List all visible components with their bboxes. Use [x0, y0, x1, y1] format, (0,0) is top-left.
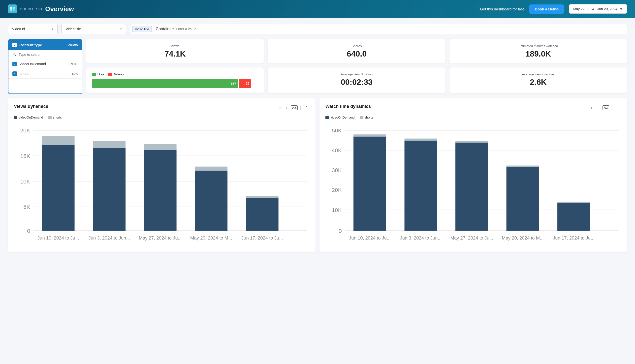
- bar-demand-4: [195, 170, 228, 231]
- wt-bar-demand-4: [506, 167, 539, 231]
- value-filter-tag: Video title: [132, 26, 152, 32]
- likes-legend-label: Likes: [97, 72, 104, 76]
- watch-shorts-color: [360, 116, 363, 119]
- likes-dot: [92, 73, 96, 76]
- y-label-20k: 20K: [20, 128, 30, 134]
- wt-bar-shorts-5: [557, 202, 590, 202]
- logo-icon: [8, 4, 17, 14]
- watch-time-controls: ↑ ↓ AZ | ⋮: [590, 105, 621, 110]
- avg-view-duration-card: Average view duration 00:02:33: [268, 68, 445, 93]
- y-label-15k: 15K: [20, 153, 30, 159]
- views-value: 74.1K: [92, 49, 258, 58]
- shorts-value: 4.2K: [71, 72, 78, 76]
- x-label-4: May 20, 2024 to M...: [190, 235, 232, 240]
- date-range-value: May 22, 2024 - Jun 20, 2024: [573, 7, 617, 11]
- watch-more-icon[interactable]: ⋮: [615, 105, 621, 110]
- watch-time-dynamics-title: Watch time dynamics: [325, 104, 371, 109]
- shares-label: Shares: [274, 44, 439, 48]
- bar-demand-1: [42, 145, 75, 230]
- bar-shorts-3: [144, 144, 177, 150]
- watch-ctrl-divider: |: [612, 106, 613, 110]
- ct-all-checkbox[interactable]: ✓: [13, 43, 17, 47]
- views-label: Views: [92, 44, 258, 48]
- views-demand-color: [14, 116, 17, 119]
- wt-y-label-0: 0: [339, 228, 342, 234]
- watch-sort-asc-icon[interactable]: ↑: [590, 105, 593, 110]
- bar-demand-3: [144, 150, 177, 231]
- wt-y-label-30k: 30K: [332, 167, 342, 173]
- views-sort-asc-icon[interactable]: ↑: [278, 105, 282, 110]
- watch-demand-color: [325, 116, 329, 119]
- x-label-3: May 27, 2024 to Ju...: [139, 235, 182, 240]
- value-filter[interactable]: Video title Contains ▾: [130, 24, 627, 34]
- bar-shorts-1: [42, 136, 75, 145]
- get-dashboard-link[interactable]: Get this dashboard for free: [480, 7, 524, 11]
- dislikes-bar: 25: [239, 79, 251, 88]
- video-on-demand-checkbox[interactable]: ✓: [13, 62, 17, 66]
- views-legend: videoOnDemand shorts: [14, 116, 310, 119]
- wt-x-label-4: May 20, 2024 to M...: [502, 235, 544, 240]
- watch-time-dynamics-chart: 50K 40K 30K 20K 10K 0 Jun 10, 2024 to Ju…: [325, 123, 621, 246]
- wt-x-label-5: Jun 17, 2024 to Ju...: [553, 235, 594, 240]
- ct-item-shorts[interactable]: ✓ shorts 4.2K: [9, 69, 82, 78]
- x-label-2: Jun 3, 2024 to Jun...: [89, 235, 130, 240]
- top-charts-row: Likes Dislikes 667 25: [86, 68, 627, 93]
- views-stat-card: Views 74.1K: [86, 39, 264, 64]
- value-filter-input[interactable]: [174, 25, 625, 33]
- video-on-demand-value: 69.9K: [70, 62, 78, 66]
- bar-demand-2: [93, 148, 126, 231]
- video-title-label: Video title: [66, 27, 81, 31]
- views-more-icon[interactable]: ⋮: [304, 105, 310, 110]
- top-area: ✓ Content type Views 🔍 ✓ videoOnDemand 6…: [8, 39, 627, 94]
- shorts-checkbox[interactable]: ✓: [13, 72, 17, 76]
- video-id-filter[interactable]: Video Id ▾: [8, 24, 58, 34]
- main-content: Video Id ▾ Video title ▾ Video title Con…: [0, 18, 635, 258]
- top-stats-row: Views 74.1K Shares 640.0 Estimated minut…: [86, 39, 627, 64]
- bar-shorts-2: [93, 141, 126, 148]
- ct-search-input[interactable]: [19, 52, 78, 56]
- avg-views-per-day-value: 2.6K: [455, 78, 621, 87]
- svg-rect-2: [10, 9, 12, 11]
- video-title-filter[interactable]: Video title ▾: [62, 24, 126, 34]
- views-sort-desc-icon[interactable]: ↓: [285, 105, 288, 110]
- likes-bar: 667: [92, 79, 238, 88]
- watch-sort-desc-icon[interactable]: ↓: [596, 105, 600, 110]
- likes-dislikes-card: Likes Dislikes 667 25: [86, 68, 264, 93]
- bar-shorts-5: [246, 196, 279, 198]
- wt-x-label-3: May 27, 2024 to Ju...: [450, 235, 493, 240]
- charts-row: Views dynamics ↑ ↓ AZ | ⋮ videoOnDemand …: [8, 98, 627, 252]
- wt-x-label-2: Jun 3, 2024 to Jun...: [400, 235, 442, 240]
- views-ctrl-divider: |: [300, 106, 301, 110]
- watch-legend-shorts: shorts: [360, 116, 373, 119]
- avg-views-per-day-card: Average views per day 2.6K: [449, 68, 627, 93]
- views-legend-shorts: shorts: [48, 116, 62, 119]
- watch-sort-az-icon[interactable]: AZ: [602, 106, 609, 110]
- wt-bar-demand-5: [557, 203, 590, 231]
- value-filter-condition-dropdown[interactable]: Contains ▾: [156, 27, 174, 31]
- views-sort-az-icon[interactable]: AZ: [291, 106, 298, 110]
- video-on-demand-label: videoOnDemand: [20, 62, 67, 66]
- ct-item-video-on-demand[interactable]: ✓ videoOnDemand 69.9K: [9, 59, 82, 69]
- views-dynamics-card: Views dynamics ↑ ↓ AZ | ⋮ videoOnDemand …: [8, 98, 316, 252]
- wt-bar-demand-3: [455, 142, 488, 231]
- wt-bar-shorts-1: [353, 134, 386, 136]
- views-shorts-color: [48, 116, 52, 119]
- wt-x-label-1: Jun 10, 2024 to Ju...: [349, 235, 391, 240]
- dislikes-dot: [108, 73, 112, 76]
- views-dynamics-title: Views dynamics: [14, 104, 48, 109]
- date-range-picker[interactable]: May 22, 2024 - Jun 20, 2024 ▼: [569, 4, 627, 14]
- likes-bar-container: 667 25: [92, 79, 258, 88]
- svg-rect-0: [10, 7, 12, 9]
- shares-value: 640.0: [274, 49, 439, 58]
- book-demo-button[interactable]: Book a Demo: [529, 4, 564, 14]
- estimated-minutes-label: Estimated minutes watched: [455, 44, 621, 48]
- ct-all-checkbox-check: ✓: [14, 43, 16, 47]
- ct-header: ✓ Content type Views: [9, 40, 82, 50]
- wt-y-label-40k: 40K: [332, 147, 342, 154]
- views-legend-demand: videoOnDemand: [14, 116, 43, 119]
- avg-views-per-day-label: Average views per day: [455, 72, 621, 76]
- dislikes-legend-item: Dislikes: [108, 72, 124, 76]
- likes-legend: Likes Dislikes: [92, 72, 258, 76]
- svg-rect-3: [13, 9, 15, 11]
- filter-row: Video Id ▾ Video title ▾ Video title Con…: [8, 24, 627, 34]
